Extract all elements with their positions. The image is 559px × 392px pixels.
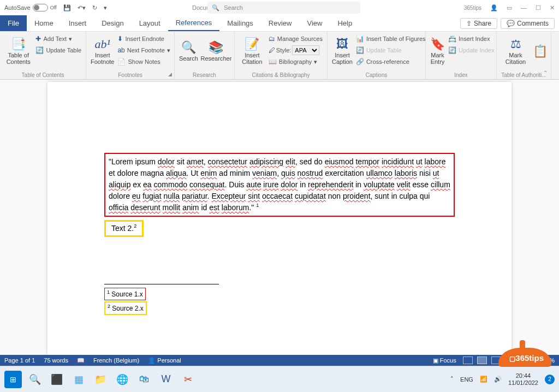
close-icon[interactable]: ✕ [550,4,555,11]
focus-mode[interactable]: ▣ Focus [433,357,456,364]
insert-toa-button[interactable]: 📋 [533,34,546,69]
widgets-icon[interactable]: ▦ [70,371,87,388]
tab-review[interactable]: Review [261,15,300,31]
document-area[interactable]: "Lorem ipsum dolor sit amet, consectetur… [0,80,559,355]
group-label-toc: Table of Contents [0,72,86,78]
cross-reference-button[interactable]: 🔗Cross-reference [356,57,426,67]
undo-icon[interactable]: ↶▾ [78,4,86,11]
keyboard-lang[interactable]: ENG [460,376,473,383]
search-task-icon[interactable]: 🔍 [26,371,44,388]
autosave-control[interactable]: AutoSave Off [4,4,57,11]
tab-file[interactable]: File [0,15,27,31]
table-of-contents-button[interactable]: 📑Table of Contents [4,34,32,69]
word-icon[interactable]: W [157,371,175,388]
qat-more-icon[interactable]: ▾ [104,4,107,11]
tab-view[interactable]: View [299,15,330,31]
start-button[interactable]: ⊞ [4,371,22,388]
account-icon[interactable]: 👤 [490,4,498,11]
brand-text: 365tips [464,5,481,11]
research-search-icon: 🔍 [181,41,196,54]
document-page[interactable]: "Lorem ipsum dolor sit amet, consectetur… [47,82,512,355]
wifi-icon[interactable]: 📶 [480,376,487,383]
manage-sources-button[interactable]: 🗂Manage Sources [269,34,323,44]
language-indicator[interactable]: French (Belgium) [93,357,139,364]
insert-citation-button[interactable]: 📝Insert Citation [239,34,265,69]
mark-entry-icon: 🔖 [430,38,445,51]
table-of-figures-button[interactable]: 📊Insert Table of Figures [356,34,426,44]
footnote-1-box: 1 Source 1.x [104,288,146,300]
share-icon: ⇪ [466,20,472,27]
mark-entry-button[interactable]: 🔖Mark Entry [430,34,445,69]
search-box[interactable]: 🔍 Search [207,2,360,14]
footnote-ref-1[interactable]: 1 [256,203,259,208]
bibliography-button[interactable]: 📖Bibliography ▾ [269,57,323,67]
store-icon[interactable]: 🛍 [135,371,153,388]
insert-footnote-button[interactable]: ab¹Insert Footnote [91,34,114,69]
sound-icon[interactable]: 🔊 [494,376,502,383]
group-label-index: Index [426,72,496,78]
page-indicator[interactable]: Page 1 of 1 [4,357,35,364]
mark-citation-icon: ⚖ [510,38,521,51]
ribbon: 📑Table of Contents ✚Add Text ▾ 🔄Update T… [0,32,559,80]
footnotes-launcher-icon[interactable]: ◢ [168,72,172,77]
explorer-icon[interactable]: 📁 [92,371,109,388]
insert-index-button[interactable]: 📇Insert Index [448,34,494,44]
ribbon-display-icon[interactable]: ▭ [507,4,512,11]
tab-layout[interactable]: Layout [132,15,168,31]
footnote-icon: ab¹ [94,38,110,51]
autosave-toggle[interactable] [33,4,48,11]
taskbar: ⊞ 🔍 ⬛ ▦ 📁 🌐 🛍 W ✂ ˄ ENG 📶 🔊 20:44 11/01/… [0,366,559,392]
tab-help[interactable]: Help [330,15,360,31]
tab-design[interactable]: Design [94,15,131,31]
caption-icon: 🖼 [336,38,348,51]
next-footnote-button[interactable]: abNext Footnote ▾ [117,45,170,55]
maximize-icon[interactable]: ☐ [536,4,541,11]
print-layout-icon[interactable] [477,357,487,364]
tab-mailings[interactable]: Mailings [219,15,261,31]
tab-references[interactable]: References [168,15,219,31]
add-text-button[interactable]: ✚Add Text ▾ [35,34,81,44]
mark-citation-button[interactable]: ⚖Mark Citation [501,34,530,69]
update-table-button[interactable]: 🔄Update Table [35,45,81,55]
tab-home[interactable]: Home [27,15,61,31]
collapse-ribbon-icon[interactable]: ⌃ [543,70,548,76]
footnote-separator [104,284,219,284]
group-label-captions: Captions [328,72,425,78]
footnote-ref-2[interactable]: 2 [134,223,136,229]
save-icon[interactable]: 💾 [63,4,71,11]
footnote-1-num: 1 [107,289,110,295]
tab-insert[interactable]: Insert [61,15,94,31]
footnote-2-box: 2 Source 2.x [104,301,147,315]
read-mode-icon[interactable] [463,357,473,364]
next-footnote-icon: ab [117,46,124,54]
researcher-button[interactable]: 📚Researcher [201,34,231,69]
minimize-icon[interactable]: — [521,4,527,11]
show-notes-button[interactable]: 📄Show Notes [117,57,170,67]
personal-indicator[interactable]: 👤 Personal [148,357,181,364]
group-label-footnotes: Footnotes [86,72,174,78]
insert-endnote-button[interactable]: ⬇Insert Endnote [117,34,170,44]
spell-check-icon[interactable]: 📖 [77,357,85,364]
update-tof-icon: 🔄 [356,46,364,54]
redo-icon[interactable]: ↻ [92,4,97,11]
endnote-icon: ⬇ [117,35,123,43]
autosave-label: AutoSave [4,4,31,11]
notification-badge[interactable]: 2 [545,375,555,384]
chevron-up-icon[interactable]: ˄ [450,376,454,383]
insert-caption-button[interactable]: 🖼Insert Caption [332,34,353,69]
title-bar: AutoSave Off 💾 ↶▾ ↻ ▾ Document1 - Word 🔍… [0,0,559,15]
clock[interactable]: 20:44 11/01/2022 [508,372,538,385]
style-dropdown[interactable]: APA [292,45,319,55]
update-index-button: 🔄Update Index [448,45,494,55]
add-text-icon: ✚ [35,35,41,43]
text-2: Text 2. [111,224,134,233]
citation-style-select[interactable]: 🖊Style:APA [269,45,323,55]
search-button[interactable]: 🔍Search [179,34,198,69]
share-button[interactable]: ⇪Share [460,18,497,29]
word-count[interactable]: 75 words [44,357,68,364]
manage-sources-icon: 🗂 [269,35,275,43]
task-view-icon[interactable]: ⬛ [48,371,66,388]
comments-button[interactable]: 💬Comments [501,18,555,29]
edge-icon[interactable]: 🌐 [114,371,131,388]
snip-icon[interactable]: ✂ [179,371,197,388]
